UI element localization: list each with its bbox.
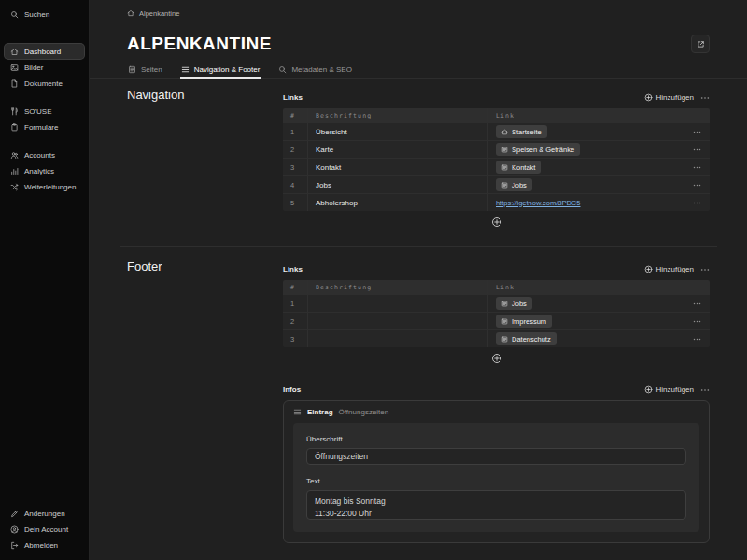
footer-links-add-item-button[interactable]	[491, 353, 502, 364]
link-badge-label: Impressum	[512, 317, 546, 326]
row-menu-button[interactable]	[684, 330, 710, 347]
link-badge[interactable]: Impressum	[496, 315, 552, 328]
row-index: 2	[283, 141, 307, 158]
sidebar-search[interactable]: Suchen	[5, 7, 84, 21]
ellipsis-icon	[700, 93, 710, 103]
link-badge[interactable]: Jobs	[496, 178, 532, 191]
link-badge[interactable]: Jobs	[496, 297, 532, 310]
sidebar-item-dein-account[interactable]: Dein Account	[5, 522, 84, 537]
sidebar-group-tools: Accounts Analytics Weiterleitungen	[5, 147, 84, 194]
sidebar-item-label: Bilder	[24, 63, 43, 72]
links-field-label: Links	[283, 93, 303, 102]
row-index: 4	[283, 176, 307, 193]
table-row[interactable]: 3 Datenschutz	[283, 329, 710, 347]
section-divider	[120, 246, 717, 247]
entry-form-panel: Überschrift Text Montag bis Sonntag 11:3…	[293, 423, 699, 532]
link-badge-label: Startseite	[512, 128, 542, 136]
drag-handle-icon[interactable]	[293, 408, 302, 416]
table-row[interactable]: 5 Abholershop https://igetnow.com/8PDC5	[283, 193, 710, 211]
ellipsis-icon	[700, 385, 710, 395]
footer-links-menu-button[interactable]	[700, 265, 710, 274]
link-badge-label: Datenschutz	[512, 335, 551, 343]
footer-links-add-button[interactable]: Hinzufügen	[644, 265, 694, 273]
table-header-row: # Beschriftung Link	[283, 280, 710, 294]
plus-circle-icon	[644, 265, 653, 273]
tab-bar: Seiten Navigation & Footer Metadaten & S…	[90, 60, 747, 79]
nav-links-add-item-button[interactable]	[491, 217, 502, 228]
sidebar-item-dokumente[interactable]: Dokumente	[5, 76, 84, 91]
footer-section: Footer Links Hinzufügen	[90, 251, 747, 543]
nav-links-table: # Beschriftung Link 1 Übersicht Startsei…	[283, 108, 710, 211]
open-site-button[interactable]	[691, 35, 710, 53]
sidebar-item-label: Dokumente	[24, 79, 63, 88]
tab-label: Seiten	[141, 65, 162, 74]
row-menu-button[interactable]	[684, 176, 710, 193]
tab-seiten[interactable]: Seiten	[127, 60, 163, 78]
entry-card-header[interactable]: Eintrag Öffnungszeiten	[284, 401, 709, 422]
infos-add-button[interactable]: Hinzufügen	[644, 385, 694, 394]
tab-metadaten-seo[interactable]: Metadaten & SEO	[277, 60, 352, 78]
ellipsis-icon	[693, 128, 701, 136]
ellipsis-icon	[693, 181, 701, 189]
nav-links-menu-button[interactable]	[700, 93, 710, 103]
add-button-label: Hinzufügen	[656, 265, 694, 273]
home-icon	[10, 48, 19, 56]
row-index: 5	[283, 194, 307, 211]
sidebar-group-main: Dashboard Bilder Dokumente	[5, 44, 84, 91]
sidebar-item-label: SO'USE	[24, 107, 52, 116]
row-menu-button[interactable]	[684, 313, 710, 329]
external-url-link[interactable]: https://igetnow.com/8PDC5	[496, 199, 580, 207]
row-index: 1	[283, 295, 307, 312]
breadcrumb[interactable]: Alpenkantine	[90, 0, 747, 26]
col-header-link: Link	[487, 108, 684, 122]
table-row[interactable]: 2 Karte Speisen & Getränke	[283, 140, 710, 158]
table-row[interactable]: 2 Impressum	[283, 312, 710, 329]
table-row[interactable]: 1 Übersicht Startseite	[283, 122, 710, 140]
entry-title: Öffnungszeiten	[339, 408, 389, 416]
page-body: Navigation Links Hinzufügen	[90, 79, 747, 560]
sidebar-item-analytics[interactable]: Analytics	[5, 163, 84, 178]
row-beschriftung: Abholershop	[307, 194, 487, 211]
table-row[interactable]: 4 Jobs Jobs	[283, 175, 710, 193]
row-menu-button[interactable]	[684, 295, 710, 312]
row-beschriftung	[307, 330, 487, 347]
page-icon	[501, 301, 508, 307]
footer-links-table: # Beschriftung Link 1 Jobs	[283, 280, 710, 347]
link-badge[interactable]: Speisen & Getränke	[496, 143, 580, 156]
breadcrumb-label: Alpenkantine	[139, 9, 179, 18]
ueberschrift-label: Überschrift	[306, 435, 686, 443]
row-menu-button[interactable]	[684, 159, 710, 175]
sidebar-item-aenderungen[interactable]: Änderungen	[5, 506, 84, 521]
user-circle-icon	[10, 525, 19, 534]
footer-section-title: Footer	[127, 251, 283, 543]
sidebar-item-formulare[interactable]: Formulare	[5, 119, 84, 134]
link-badge[interactable]: Kontakt	[496, 161, 541, 174]
sidebar-item-abmelden[interactable]: Abmelden	[5, 538, 84, 553]
clipboard-icon	[10, 123, 19, 132]
link-badge[interactable]: Datenschutz	[496, 332, 557, 345]
col-header-actions	[684, 108, 710, 122]
sidebar-item-bilder[interactable]: Bilder	[5, 60, 84, 75]
text-textarea[interactable]: Montag bis Sonntag 11:30-22:00 Uhr	[306, 490, 686, 520]
sidebar-item-dashboard[interactable]: Dashboard	[5, 44, 84, 59]
plus-circle-icon	[644, 385, 653, 394]
table-row[interactable]: 3 Kontakt Kontakt	[283, 158, 710, 175]
infos-menu-button[interactable]	[700, 385, 710, 395]
row-menu-button[interactable]	[684, 141, 710, 158]
col-header-index: #	[283, 280, 307, 294]
row-menu-button[interactable]	[684, 123, 710, 140]
search-icon	[278, 65, 287, 74]
nav-links-add-button[interactable]: Hinzufügen	[644, 93, 694, 102]
table-row[interactable]: 1 Jobs	[283, 294, 710, 312]
sidebar-item-accounts[interactable]: Accounts	[5, 147, 84, 162]
link-badge[interactable]: Startseite	[496, 125, 547, 138]
ueberschrift-input[interactable]	[306, 448, 686, 465]
row-menu-button[interactable]	[684, 194, 710, 211]
page-icon	[501, 182, 508, 189]
sidebar-item-weiterleitungen[interactable]: Weiterleitungen	[5, 179, 84, 194]
col-header-beschriftung: Beschriftung	[307, 108, 487, 122]
sidebar-item-souse[interactable]: SO'USE	[5, 104, 84, 119]
tab-navigation-footer[interactable]: Navigation & Footer	[180, 60, 261, 78]
sidebar-item-label: Änderungen	[24, 510, 65, 518]
col-header-actions	[684, 280, 710, 294]
